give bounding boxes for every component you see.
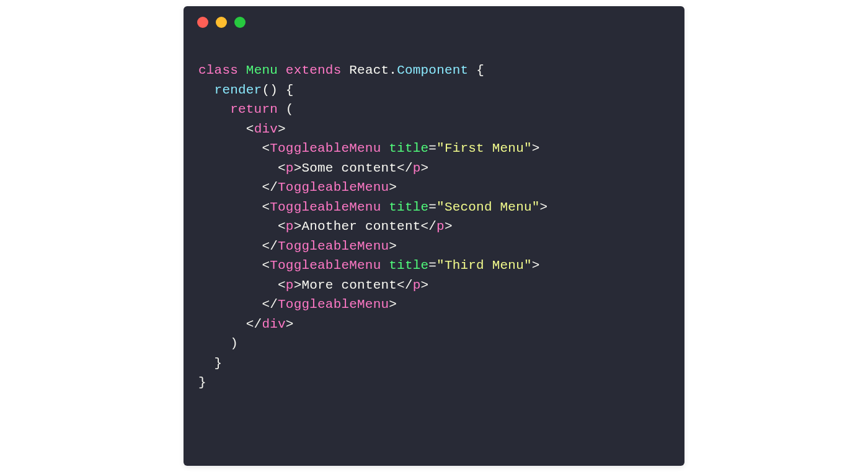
angle-close: > [389,180,397,194]
angle-open-slash: </ [262,180,278,194]
angle-close: > [540,200,548,214]
equals: = [428,258,436,273]
toggleablemenu-tag: ToggleableMenu [270,258,381,273]
p-tag-close: p [413,278,421,292]
angle-open-slash: </ [262,239,278,253]
toggleablemenu-tag-close: ToggleableMenu [278,297,389,312]
title-attr: title [389,200,428,214]
toggleablemenu-tag: ToggleableMenu [270,141,381,155]
angle-open-slash: </ [262,297,278,312]
angle-close: > [532,258,540,273]
dot-punct: . [389,63,397,77]
angle-close: > [278,122,286,136]
angle-close: > [421,278,429,292]
window-titlebar [184,6,684,38]
p-tag: p [286,161,294,175]
render-sig: () { [262,83,293,97]
angle-open-slash: </ [421,219,437,234]
render-method: render [215,83,262,97]
angle-open: < [262,258,270,273]
angle-open: < [278,278,286,292]
angle-open: < [262,200,270,214]
content-text-3: More content [301,278,397,292]
open-brace: { [468,63,484,77]
component-class: Component [397,63,468,77]
angle-close: > [294,161,302,175]
return-paren: ( [278,102,294,116]
code-window: class Menu extends React.Component { ren… [184,6,684,466]
toggleablemenu-tag-close: ToggleableMenu [278,180,389,194]
close-brace-inner: } [215,356,223,370]
angle-open-slash: </ [397,161,413,175]
angle-open-slash: </ [246,317,262,331]
p-tag-close: p [436,219,445,234]
p-tag: p [286,219,294,234]
title-attr: title [389,258,428,273]
angle-open: < [278,161,286,175]
angle-close: > [286,317,294,331]
title-value-1: "First Menu" [436,141,532,155]
div-tag-close: div [262,317,285,331]
maximize-icon[interactable] [234,17,246,28]
toggleablemenu-tag: ToggleableMenu [270,200,381,214]
code-block: class Menu extends React.Component { ren… [184,38,684,408]
angle-open: < [246,122,254,136]
title-attr: title [389,141,428,155]
angle-close: > [294,278,302,292]
p-tag: p [286,278,294,292]
angle-close: > [532,141,540,155]
p-tag-close: p [413,161,421,175]
angle-open: < [262,141,270,155]
title-value-3: "Third Menu" [436,258,532,273]
angle-close: > [389,239,397,253]
close-paren: ) [230,336,238,351]
content-text-2: Another content [301,219,420,234]
angle-close: > [389,297,397,312]
class-name: Menu [246,63,278,77]
keyword-class: class [198,63,238,77]
react-object: React [349,63,389,77]
content-text-1: Some content [301,161,397,175]
angle-open: < [278,219,286,234]
keyword-extends: extends [286,63,342,77]
equals: = [428,200,436,214]
keyword-return: return [230,102,278,116]
minimize-icon[interactable] [216,17,227,28]
close-icon[interactable] [197,17,208,28]
angle-close: > [294,219,302,234]
close-brace-outer: } [198,375,206,390]
equals: = [428,141,436,155]
angle-open-slash: </ [397,278,413,292]
div-tag: div [254,122,278,136]
toggleablemenu-tag-close: ToggleableMenu [278,239,389,253]
title-value-2: "Second Menu" [436,200,539,214]
angle-close: > [445,219,453,234]
angle-close: > [421,161,429,175]
